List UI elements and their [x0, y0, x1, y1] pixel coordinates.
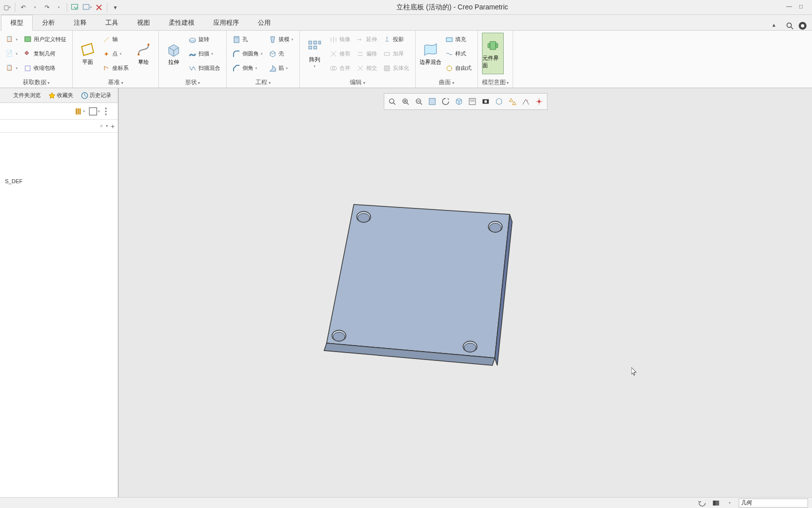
- trim-button[interactable]: 修剪: [328, 47, 352, 60]
- repaint-button[interactable]: [426, 95, 438, 108]
- tab-common[interactable]: 公用: [248, 15, 280, 30]
- tree-filter-button[interactable]: [103, 105, 115, 117]
- maximize-button[interactable]: □: [799, 3, 808, 12]
- tree-search-bar: × ▾ +: [0, 120, 118, 133]
- offset-button[interactable]: 偏移: [354, 47, 379, 60]
- tree-search-dropdown[interactable]: ▾: [106, 124, 108, 128]
- tab-model[interactable]: 模型: [1, 15, 33, 31]
- undo-dropdown[interactable]: [30, 2, 40, 12]
- group-getdata-label[interactable]: 获取数据: [4, 77, 68, 88]
- nav-tab-folders[interactable]: 文件夹浏览: [2, 90, 44, 101]
- freestyle-button[interactable]: 自由式: [443, 61, 474, 75]
- tab-apps[interactable]: 应用程序: [204, 15, 248, 30]
- group-engineering-label[interactable]: 工程: [231, 77, 295, 88]
- tab-tools[interactable]: 工具: [96, 15, 128, 30]
- thicken-button[interactable]: 加厚: [381, 47, 411, 60]
- zoomout-button[interactable]: [412, 95, 425, 108]
- offset-label: 偏移: [366, 50, 377, 57]
- redo-dropdown[interactable]: [54, 2, 64, 12]
- boundary-button[interactable]: 边界混合: [420, 33, 441, 74]
- savedviews-button[interactable]: [466, 95, 478, 108]
- group-edit-label[interactable]: 编辑: [304, 77, 411, 88]
- pattern-label: 阵列: [309, 56, 320, 63]
- rib-button[interactable]: 筋: [267, 61, 295, 75]
- group-shape-label[interactable]: 形状: [163, 77, 222, 88]
- search-button[interactable]: [785, 21, 794, 30]
- axis-label: 轴: [112, 36, 118, 43]
- tree-search-clear[interactable]: ×: [100, 123, 103, 129]
- udf-button[interactable]: 用户定义特征: [22, 33, 68, 46]
- perspective-button[interactable]: [492, 95, 505, 108]
- spincenter-button[interactable]: [532, 95, 545, 108]
- zoomin-button[interactable]: [399, 95, 412, 108]
- status-spin-button[interactable]: [697, 498, 707, 508]
- model-tree[interactable]: S_DEF: [0, 133, 118, 497]
- datumdisplay-button[interactable]: [506, 95, 519, 108]
- componentui-button[interactable]: 元件界面: [482, 33, 504, 74]
- sweep-button[interactable]: 扫描: [187, 47, 222, 60]
- chamfer-button[interactable]: 倒角: [231, 61, 265, 75]
- revolve-button[interactable]: 旋转: [187, 33, 222, 46]
- pattern-button[interactable]: 阵列: [304, 33, 326, 74]
- tree-item-sdef[interactable]: S_DEF: [2, 176, 116, 186]
- tree-search-add[interactable]: +: [111, 122, 115, 130]
- tree-display-button[interactable]: [88, 105, 100, 117]
- point-button[interactable]: 点: [100, 47, 131, 60]
- merge-button[interactable]: 合并: [328, 61, 352, 75]
- help-button[interactable]: [798, 21, 807, 30]
- collapse-ribbon-button[interactable]: ▴: [772, 21, 781, 30]
- viewmanager-button[interactable]: [479, 95, 492, 108]
- group-datum-label[interactable]: 基准: [77, 77, 154, 88]
- tab-flex[interactable]: 柔性建模: [159, 15, 204, 30]
- paste-special-button[interactable]: 📋: [4, 61, 20, 75]
- hole-button[interactable]: 孔: [231, 33, 265, 46]
- close-window-button[interactable]: [94, 2, 104, 12]
- displaystyle-button[interactable]: [452, 95, 465, 108]
- csys-button[interactable]: 坐标系: [100, 61, 131, 75]
- annotations-button[interactable]: [519, 95, 532, 108]
- plane-button[interactable]: 平面: [77, 33, 98, 74]
- tree-settings-button[interactable]: [73, 105, 85, 117]
- paste-button[interactable]: 📋: [4, 33, 20, 46]
- refit-button[interactable]: [385, 95, 398, 108]
- spin-button[interactable]: [439, 95, 452, 108]
- file-menu-button[interactable]: ▢: [2, 2, 12, 12]
- status-filter-input[interactable]: [739, 499, 808, 508]
- extend-button[interactable]: 延伸: [354, 33, 379, 46]
- shell-button[interactable]: 壳: [267, 47, 295, 60]
- style-button[interactable]: 样式: [443, 47, 474, 60]
- undo-button[interactable]: ↶: [18, 2, 28, 12]
- redo-button[interactable]: ↷: [42, 2, 52, 12]
- fill-button[interactable]: 填充: [443, 33, 474, 46]
- shrinkwrap-button[interactable]: 收缩包络: [22, 61, 68, 75]
- draft-button[interactable]: 拔模: [267, 33, 295, 46]
- extrude-button[interactable]: 拉伸: [163, 33, 185, 74]
- sweepblend-button[interactable]: 扫描混合: [187, 61, 222, 75]
- solidify-button[interactable]: 实体化: [381, 61, 411, 75]
- tab-annotate[interactable]: 注释: [64, 15, 96, 30]
- qat-customize[interactable]: ▾: [110, 2, 120, 12]
- window-button[interactable]: [82, 2, 92, 12]
- round-button[interactable]: 倒圆角: [231, 47, 265, 60]
- intersect-button[interactable]: 相交: [354, 61, 379, 75]
- axis-button[interactable]: 轴: [100, 33, 131, 46]
- nav-tab-favorites[interactable]: 收藏夹: [46, 90, 76, 101]
- tab-analysis[interactable]: 分析: [33, 15, 64, 30]
- tab-view[interactable]: 视图: [128, 15, 159, 30]
- sketch-button[interactable]: 草绘: [133, 33, 154, 74]
- regenerate-button[interactable]: [70, 2, 80, 12]
- minimize-button[interactable]: —: [786, 3, 795, 12]
- status-find-button[interactable]: [711, 498, 721, 508]
- copygeom-button[interactable]: 复制几何: [22, 47, 68, 60]
- project-button[interactable]: 投影: [381, 33, 411, 46]
- status-find-dropdown[interactable]: [725, 498, 735, 508]
- group-getdata: 📋 📄 📋 用户定义特征 复制几何 收缩包络 获取数据: [0, 31, 73, 88]
- plane-label: 平面: [82, 58, 93, 66]
- point-label: 点: [112, 50, 118, 57]
- viewport[interactable]: [119, 88, 812, 497]
- group-surface-label[interactable]: 曲面: [420, 77, 474, 88]
- group-intent-label[interactable]: 模型意图: [482, 77, 509, 88]
- mirror-button[interactable]: 镜像: [328, 33, 352, 46]
- copy-button[interactable]: 📄: [4, 47, 20, 60]
- nav-tab-history[interactable]: 历史记录: [78, 90, 114, 101]
